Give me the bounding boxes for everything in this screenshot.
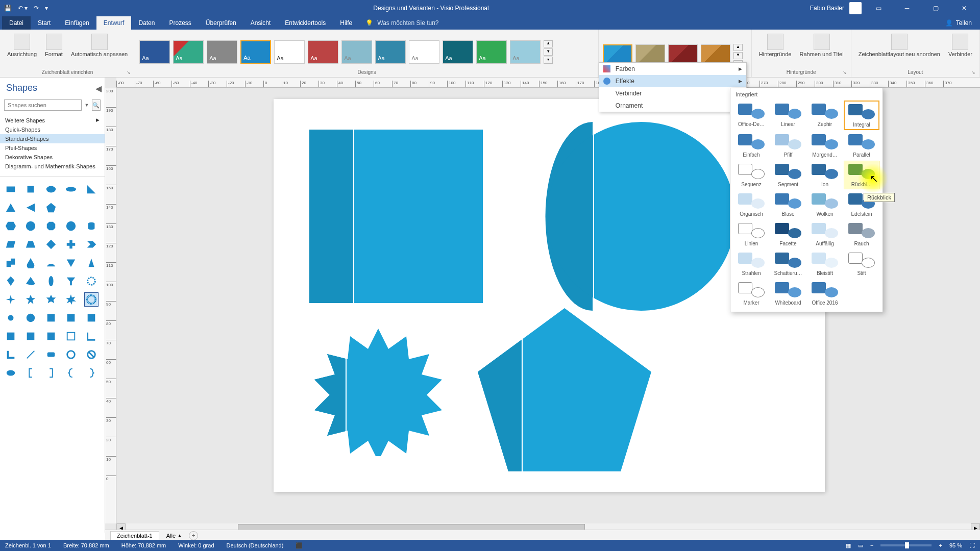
- shape-disc[interactable]: [24, 311, 37, 324]
- cat-arrow-shapes[interactable]: Pfeil-Shapes: [0, 143, 105, 153]
- backgrounds-button[interactable]: Hintergründe: [756, 32, 795, 59]
- shape-dot[interactable]: [4, 311, 17, 324]
- effect-einfach[interactable]: Einfach: [733, 131, 769, 160]
- cat-more-shapes[interactable]: Weitere Shapes▶: [0, 116, 105, 125]
- effect-whiteboard[interactable]: Whiteboard: [770, 279, 806, 308]
- zoom-slider[interactable]: [880, 544, 932, 546]
- effect-ion[interactable]: Ion: [807, 161, 843, 189]
- canvas-circle[interactable]: [544, 119, 738, 313]
- shape-rectangle[interactable]: [4, 183, 17, 196]
- shape-ellipse[interactable]: [44, 183, 58, 196]
- relayout-button[interactable]: Zeichenblattlayout neu anordnen: [855, 32, 943, 59]
- shape-square[interactable]: [24, 183, 37, 196]
- shape-sq2[interactable]: [64, 311, 78, 324]
- design-thumb-9[interactable]: Aa: [409, 40, 439, 64]
- tab-review[interactable]: Überprüfen: [199, 16, 243, 30]
- shape-parallelogram[interactable]: [4, 238, 17, 251]
- shape-star7[interactable]: [64, 293, 78, 306]
- cat-quick-shapes[interactable]: Quick-Shapes: [0, 125, 105, 134]
- minimize-button[interactable]: ─: [895, 0, 919, 16]
- menu-effects[interactable]: Effekte▶: [599, 75, 746, 87]
- design-thumb-12[interactable]: Aa: [510, 40, 541, 64]
- effect-integral[interactable]: Integral: [844, 101, 879, 130]
- shape-bracket-r[interactable]: [44, 366, 58, 380]
- layout-launcher[interactable]: ↘: [971, 70, 977, 76]
- effect-officede[interactable]: Office-De…: [733, 101, 769, 130]
- canvas-starburst[interactable]: [309, 318, 447, 456]
- effect-linien[interactable]: Linien: [733, 220, 769, 248]
- design-thumb-3[interactable]: Aa: [207, 40, 237, 64]
- status-lang[interactable]: Deutsch (Deutschland): [227, 542, 284, 548]
- tab-help[interactable]: Hilfe: [333, 16, 359, 30]
- designs-more[interactable]: ▾: [544, 57, 553, 64]
- avatar[interactable]: [849, 2, 862, 14]
- maximize-button[interactable]: ▢: [924, 0, 947, 16]
- effect-morgend[interactable]: Morgend…: [807, 131, 843, 160]
- redo-icon[interactable]: ↷: [34, 5, 39, 12]
- shape-bracket-l[interactable]: [24, 366, 37, 380]
- shape-plus[interactable]: [64, 238, 78, 251]
- design-thumb-8[interactable]: Aa: [375, 40, 406, 64]
- shape-cylinder[interactable]: [85, 219, 98, 233]
- undo-icon[interactable]: ↶ ▾: [18, 5, 28, 12]
- autofit-button[interactable]: Automatisch anpassen: [68, 32, 131, 59]
- effect-auffllig[interactable]: Auffällig: [807, 220, 843, 248]
- design-thumb-6[interactable]: Aa: [308, 40, 338, 64]
- effect-bleistift[interactable]: Bleistift: [807, 249, 843, 278]
- shape-kite[interactable]: [4, 274, 17, 288]
- effect-sequenz[interactable]: Sequenz: [733, 161, 769, 189]
- shape-right-triangle[interactable]: [85, 183, 98, 196]
- shape-sq5[interactable]: [24, 330, 37, 343]
- cat-standard-shapes[interactable]: Standard-Shapes: [0, 134, 105, 143]
- shape-star5[interactable]: [24, 293, 37, 306]
- effect-office2016[interactable]: Office 2016: [807, 279, 843, 308]
- tab-file[interactable]: Datei: [2, 16, 31, 30]
- macro-record-icon[interactable]: ⬛: [296, 542, 303, 549]
- format-button[interactable]: Format: [42, 32, 66, 59]
- user-name[interactable]: Fabio Basler: [810, 5, 844, 12]
- shape-brace-r[interactable]: [85, 366, 98, 380]
- shape-star4[interactable]: [4, 293, 17, 306]
- shape-trapezoid[interactable]: [24, 238, 37, 251]
- design-thumb-11[interactable]: Aa: [476, 40, 507, 64]
- effect-schattieru[interactable]: Schattieru…: [770, 249, 806, 278]
- shapes-collapse-icon[interactable]: ◀: [95, 84, 102, 93]
- canvas-rectangle[interactable]: [309, 130, 483, 303]
- effect-rckbl[interactable]: Rückbl…: [844, 161, 879, 189]
- shape-gear[interactable]: [85, 274, 98, 288]
- shape-line[interactable]: [24, 348, 37, 361]
- effect-rauch[interactable]: Rauch: [844, 220, 879, 248]
- shape-roundrect[interactable]: [44, 348, 58, 361]
- design-thumb-1[interactable]: Aa: [139, 40, 170, 64]
- effect-stift[interactable]: Stift: [844, 249, 879, 278]
- shape-triangle-up[interactable]: [4, 201, 17, 214]
- shape-triangle-left[interactable]: [24, 201, 37, 214]
- tab-design[interactable]: Entwurf: [96, 16, 132, 30]
- save-icon[interactable]: 💾: [4, 5, 12, 12]
- shape-circle[interactable]: [64, 219, 78, 233]
- shape-diamond[interactable]: [44, 238, 58, 251]
- page-setup-launcher[interactable]: ↘: [127, 70, 133, 76]
- variants-scroll-down[interactable]: ▼: [733, 52, 743, 59]
- shape-sq3[interactable]: [85, 311, 98, 324]
- shape-nosign[interactable]: [85, 348, 98, 361]
- qat-more-icon[interactable]: ▾: [45, 5, 48, 12]
- shape-brace-l[interactable]: [64, 366, 78, 380]
- zoom-value[interactable]: 95 %: [949, 542, 962, 548]
- shape-cone-down[interactable]: [64, 256, 78, 269]
- zoom-fit-icon[interactable]: ⛶: [969, 542, 975, 548]
- shape-chevron[interactable]: [85, 238, 98, 251]
- share-button[interactable]: 👤 Teilen: [937, 16, 980, 30]
- sheet-add-button[interactable]: +: [189, 531, 198, 540]
- tab-view[interactable]: Ansicht: [243, 16, 278, 30]
- orientation-button[interactable]: Ausrichtung: [4, 32, 40, 59]
- menu-colors[interactable]: Farben▶: [599, 63, 746, 75]
- shape-heptagon[interactable]: [24, 219, 37, 233]
- shape-starburst[interactable]: [85, 293, 98, 306]
- shape-ring[interactable]: [64, 348, 78, 361]
- shape-drop[interactable]: [24, 256, 37, 269]
- effect-marker[interactable]: Marker: [733, 279, 769, 308]
- sheet-tab-1[interactable]: Zeichenblatt-1: [110, 531, 159, 540]
- tab-insert[interactable]: Einfügen: [58, 16, 96, 30]
- shape-oval2[interactable]: [4, 366, 17, 380]
